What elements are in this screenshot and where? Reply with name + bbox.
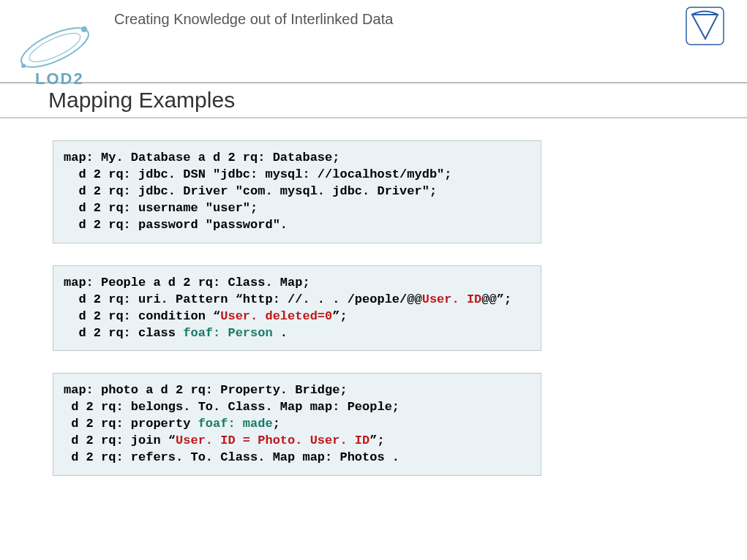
code-line: d 2 rq: password "password". [64, 218, 288, 232]
code-line: d 2 rq: belongs. To. Class. Map map: Peo… [64, 400, 399, 414]
code-text: d 2 rq: condition “ [64, 309, 220, 323]
svg-point-2 [81, 26, 87, 32]
code-line: map: People a d 2 rq: Class. Map; [64, 276, 310, 290]
code-line: d 2 rq: username "user"; [64, 201, 258, 215]
code-highlight: User. ID [422, 292, 482, 306]
code-line: d 2 rq: jdbc. DSN "jdbc: mysql: //localh… [64, 167, 452, 181]
tagline: Creating Knowledge out of Interlinked Da… [114, 11, 393, 28]
logo-text: LOD2 [35, 69, 84, 88]
code-text: ”; [332, 309, 347, 323]
code-line: map: photo a d 2 rq: Property. Bridge; [64, 383, 348, 397]
code-line: d 2 rq: refers. To. Class. Map map: Phot… [64, 450, 399, 464]
code-text: ”; [369, 434, 384, 447]
code-text: d 2 rq: join “ [64, 434, 176, 447]
fp7-logo [685, 6, 725, 46]
page-title: Mapping Examples [0, 83, 747, 118]
code-highlight: foaf: Person [183, 326, 272, 340]
code-block-propertybridge: map: photo a d 2 rq: Property. Bridge; d… [53, 373, 541, 476]
code-text: @@”; [481, 292, 511, 306]
code-text: d 2 rq: uri. Pattern “http: //. . . /peo… [64, 292, 422, 306]
lod2-logo: LOD2 [15, 15, 110, 80]
code-block-classmap: map: People a d 2 rq: Class. Map; d 2 rq… [53, 265, 541, 352]
code-highlight: foaf: made [198, 417, 273, 431]
code-line: d 2 rq: jdbc. Driver "com. mysql. jdbc. … [64, 184, 437, 198]
title-block: Mapping Examples [0, 83, 747, 118]
svg-point-3 [21, 64, 26, 68]
code-line: map: My. Database a d 2 rq: Database; [64, 151, 339, 164]
content: map: My. Database a d 2 rq: Database; d … [0, 118, 747, 476]
code-text: d 2 rq: class [64, 326, 183, 340]
code-highlight: User. ID = Photo. User. ID [176, 434, 369, 447]
header: LOD2 Creating Knowledge out of Interlink… [0, 0, 747, 83]
code-highlight: User. deleted=0 [220, 309, 332, 323]
code-text: ; [273, 417, 280, 431]
code-text: d 2 rq: property [64, 417, 198, 431]
code-text: . [273, 326, 288, 340]
code-block-database: map: My. Database a d 2 rq: Database; d … [53, 140, 541, 243]
